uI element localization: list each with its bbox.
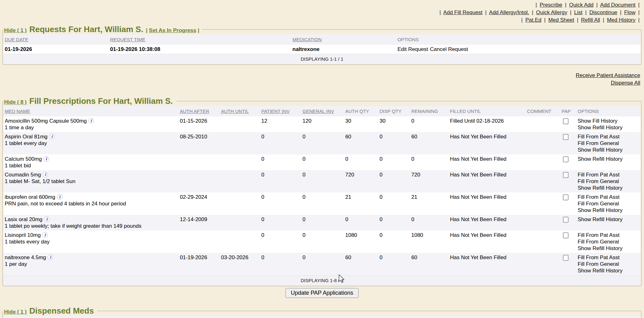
fill-from-general-link[interactable]: Fill From General <box>578 140 639 147</box>
patient-inv: 0 <box>260 231 301 253</box>
comment <box>526 215 560 231</box>
fill-header-general-inv[interactable]: GENERAL INV <box>303 109 334 114</box>
requests-header-due-date[interactable]: DUE DATE <box>5 37 28 42</box>
nav-pat-ed[interactable]: Pat.Ed <box>525 17 541 23</box>
nav-add-allergy-intol[interactable]: Add Allergy/Intol. <box>489 9 529 15</box>
fill-from-pat-asst-link[interactable]: Fill From Pat Asst <box>578 232 639 238</box>
show-refill-history-link[interactable]: Show Refill History <box>578 267 639 274</box>
fill-from-general-link[interactable]: Fill From General <box>578 261 639 267</box>
show-refill-history-link[interactable]: Show Refill History <box>578 156 639 162</box>
show-refill-history-link[interactable]: Show Refill History <box>578 124 639 131</box>
fill-header-auth-until[interactable]: AUTH UNTIL <box>221 109 249 114</box>
requests-legend: Hide ( 1 ) Requests For Hart, William S.… <box>3 25 202 34</box>
general-inv: 0 <box>301 132 344 154</box>
info-icon[interactable]: i <box>43 156 49 162</box>
patient-inv: 0 <box>260 170 301 192</box>
show-refill-history-link[interactable]: Show Refill History <box>578 147 639 153</box>
fill-from-pat-asst-link[interactable]: Fill From Pat Asst <box>578 254 639 261</box>
requests-header-options: OPTIONS <box>397 37 419 42</box>
separator: | <box>584 9 588 15</box>
pap-checkbox[interactable] <box>563 172 569 178</box>
nav-quick-add[interactable]: Quick Add <box>569 2 594 8</box>
dispensed-hide-link[interactable]: Hide ( 1 ) <box>4 309 27 315</box>
nav-add-fill-request[interactable]: Add Fill Request <box>443 9 483 15</box>
auth-qty: 720 <box>344 170 378 192</box>
general-inv: 0 <box>301 192 344 215</box>
update-pap-applications-button[interactable]: Update PAP Applications <box>286 288 358 298</box>
show-refill-history-link[interactable]: Show Refill History <box>578 245 639 252</box>
cancel-request-link[interactable]: Cancel Request <box>430 46 468 52</box>
comment <box>526 132 560 154</box>
fill-header-med-name[interactable]: MED NAME <box>5 109 30 114</box>
info-icon[interactable]: i <box>88 118 94 124</box>
set-as-in-progress-link[interactable]: Set As In Progress <box>149 27 197 33</box>
patient-inv: 0 <box>260 192 301 215</box>
info-icon[interactable]: i <box>47 254 53 260</box>
info-icon[interactable]: i <box>44 216 50 222</box>
edit-request-link[interactable]: Edit Request <box>397 46 428 52</box>
auth-qty: 60 <box>344 132 378 154</box>
info-icon[interactable]: i <box>42 232 48 238</box>
info-icon[interactable]: i <box>42 172 48 177</box>
info-icon[interactable]: i <box>57 194 63 200</box>
auth-qty: 60 <box>344 253 378 276</box>
info-icon[interactable]: i <box>49 134 55 139</box>
fill-from-general-link[interactable]: Fill From General <box>578 238 639 245</box>
fill-header-patient-inv[interactable]: PATIENT INV <box>261 109 290 114</box>
pap-checkbox[interactable] <box>563 232 569 238</box>
nav-discontinue[interactable]: Discontinue <box>589 9 617 15</box>
fill-from-pat-asst-link[interactable]: Fill From Pat Asst <box>578 133 639 140</box>
filled-until: Has Not Yet Been Filled <box>449 253 526 276</box>
patient-inv: 0 <box>260 132 301 154</box>
receive-patient-assistance-link[interactable]: Receive Patient Assistance <box>0 72 640 79</box>
fill-hide-link[interactable]: Hide ( 8 ) <box>4 99 27 105</box>
med-sig: 1 tablet M- Sat, 1/2 tablet Sun <box>5 178 177 185</box>
med-name: Lasix oral 20mg <box>5 216 42 222</box>
nav-list[interactable]: List <box>574 9 582 15</box>
disp-qty: 0 <box>378 170 410 192</box>
filled-until: Has Not Yet Been Filled <box>449 192 526 215</box>
separator: | <box>576 17 580 23</box>
dispense-all-link[interactable]: Dispense All <box>0 79 640 87</box>
show-refill-history-link[interactable]: Show Refill History <box>578 207 639 214</box>
nav-add-document[interactable]: Add Document <box>600 2 635 8</box>
show-fill-history-link[interactable]: Show Fill History <box>578 118 639 124</box>
show-refill-history-link[interactable]: Show Refill History <box>578 185 639 191</box>
pap-checkbox[interactable] <box>563 156 569 162</box>
nav-prescribe[interactable]: Prescribe <box>540 2 562 8</box>
dispensed-meds-section: Hide ( 1 ) Dispensed Meds LAST FIRST FIL… <box>3 306 641 318</box>
separator: | <box>531 9 535 15</box>
pap-checkbox[interactable] <box>563 217 569 223</box>
fill-header-filled-until: FILLED UNTIL <box>450 109 481 114</box>
requests-hide-link[interactable]: Hide ( 1 ) <box>4 27 27 33</box>
nav-quick-allergy[interactable]: Quick Allergy <box>536 9 567 15</box>
fill-from-general-link[interactable]: Fill From General <box>578 200 639 207</box>
med-sig: 1 tablet every day <box>5 140 177 147</box>
top-nav-line-1: | Prescribe | Quick Add | Add Document | <box>0 1 641 9</box>
nav-med-history[interactable]: Med History <box>607 17 636 23</box>
filled-until: Has Not Yet Been Filled <box>449 170 526 192</box>
disp-qty: 30 <box>378 116 410 132</box>
pap-checkbox[interactable] <box>563 134 569 140</box>
fill-from-pat-asst-link[interactable]: Fill From Pat Asst <box>578 194 639 200</box>
auth-until <box>220 192 260 215</box>
pap-checkbox[interactable] <box>563 255 569 261</box>
separator: | <box>438 9 442 15</box>
auth-after: 01-19-2026 <box>179 253 220 276</box>
fill-from-general-link[interactable]: Fill From General <box>578 178 639 185</box>
nav-refill-all[interactable]: Refill All <box>581 17 600 23</box>
show-refill-history-link[interactable]: Show Refill History <box>578 216 639 223</box>
pap-checkbox[interactable] <box>563 194 569 200</box>
nav-flow[interactable]: Flow <box>624 9 636 15</box>
nav-med-sheet[interactable]: Med Sheet <box>548 17 574 23</box>
separator: | <box>619 9 623 15</box>
fill-header-auth-after[interactable]: AUTH AFTER <box>180 109 209 114</box>
auth-after <box>179 170 220 192</box>
fill-from-pat-asst-link[interactable]: Fill From Pat Asst <box>578 171 639 178</box>
pap-checkbox[interactable] <box>563 118 569 124</box>
auth-qty: 21 <box>344 192 378 215</box>
requests-header-medication[interactable]: MEDICATION <box>292 37 322 42</box>
fill-row-naltrexone: naltrexone 4.5mgi 1 per day 01-19-2026 0… <box>3 253 641 276</box>
requests-header-request-time[interactable]: REQUEST TIME <box>110 37 145 42</box>
separator: | <box>146 27 147 33</box>
